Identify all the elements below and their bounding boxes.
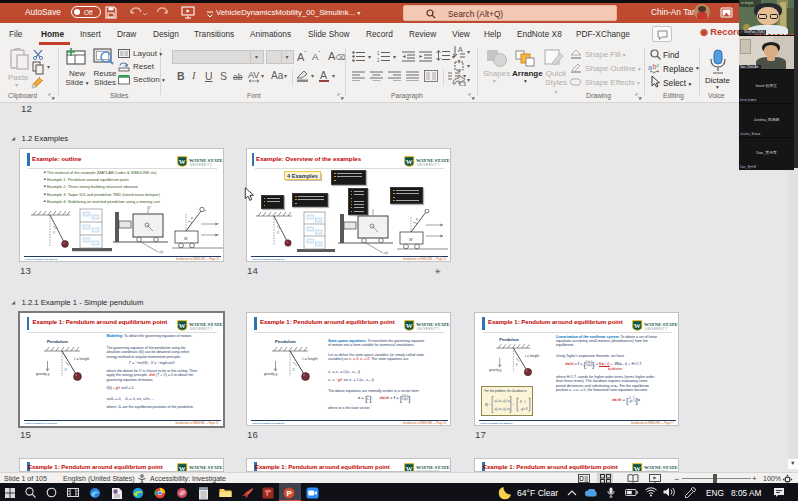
svg-text:WAYNE STATE: WAYNE STATE [644, 465, 678, 470]
svg-text:W: W [406, 158, 413, 165]
svg-text:φ: φ [416, 217, 418, 221]
svg-text:M: M [408, 237, 413, 242]
svg-text:WAYNE STATE: WAYNE STATE [644, 322, 678, 327]
svg-text:M: M [183, 236, 188, 241]
svg-text:θ: θ [65, 366, 67, 371]
svg-text:WAYNE STATE: WAYNE STATE [416, 322, 450, 327]
svg-text:Pendulum: Pendulum [47, 339, 68, 344]
svg-text:UNIVERSITY: UNIVERSITY [417, 327, 440, 331]
svg-text:gravity g: gravity g [36, 372, 50, 376]
svg-text:−g/ℓ 0: −g/ℓ 0 [519, 407, 528, 411]
svg-text:∂f₁/∂x₁: ∂f₁/∂x₁ [494, 399, 502, 403]
svg-text:UNIVERSITY: UNIVERSITY [645, 327, 668, 331]
svg-text:θ: θ [292, 367, 294, 372]
svg-text:W: W [179, 158, 186, 165]
svg-text:∂f₁/∂x₂: ∂f₁/∂x₂ [503, 399, 511, 403]
svg-text:W: W [634, 465, 641, 472]
svg-text:ℓ = length: ℓ = length [525, 354, 540, 358]
svg-text:y: y [217, 233, 220, 236]
svg-text:W: W [406, 465, 413, 472]
svg-text:ℓ(t): ℓ(t) [384, 251, 388, 255]
svg-text:ℓ = length: ℓ = length [302, 357, 317, 361]
svg-text:WAYNE STATE: WAYNE STATE [189, 321, 223, 326]
svg-text:θ: θ [277, 231, 279, 235]
svg-text:θ: θ [516, 363, 518, 367]
svg-text:gravity g: gravity g [264, 372, 278, 376]
svg-text:=: = [513, 403, 515, 407]
svg-text:m: m [204, 209, 206, 212]
svg-text:ℓ = length: ℓ = length [74, 357, 89, 361]
svg-text:W: W [179, 465, 186, 472]
svg-text:W: W [178, 321, 185, 328]
svg-text:Pendulum: Pendulum [499, 337, 519, 342]
svg-text:WAYNE STATE: WAYNE STATE [416, 158, 450, 163]
svg-text:θ: θ [53, 231, 55, 235]
svg-text:gravity g: gravity g [489, 368, 502, 372]
svg-text:Pendulum: Pendulum [275, 339, 296, 344]
svg-text:P: P [286, 489, 292, 498]
svg-text:WAYNE STATE: WAYNE STATE [189, 465, 223, 470]
svg-text:UNIVERSITY: UNIVERSITY [190, 326, 213, 330]
svg-text:∇f =: ∇f = [485, 403, 491, 407]
svg-text:W: W [406, 322, 413, 329]
svg-text:x: x [217, 222, 220, 225]
svg-text:ℓ(t): ℓ(t) [159, 250, 163, 254]
svg-text:W: W [634, 322, 641, 329]
svg-text:∂f₂/∂x₂: ∂f₂/∂x₂ [503, 407, 511, 411]
svg-text:0 1: 0 1 [520, 400, 526, 404]
svg-text:UNIVERSITY: UNIVERSITY [417, 163, 440, 167]
svg-text:UNIVERSITY: UNIVERSITY [190, 163, 213, 167]
svg-text:φ: φ [191, 216, 193, 220]
svg-text:F: F [148, 206, 151, 210]
svg-text:∂f₂/∂x₁: ∂f₂/∂x₁ [494, 407, 502, 411]
svg-text:WAYNE STATE: WAYNE STATE [189, 158, 223, 163]
svg-text:WAYNE STATE: WAYNE STATE [416, 465, 450, 470]
